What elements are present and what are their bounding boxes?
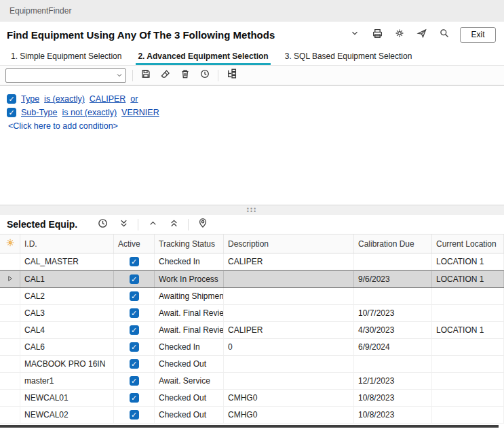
cell-description[interactable] [224, 271, 354, 287]
column-header-active[interactable]: Active [114, 234, 155, 253]
condition-field-link[interactable]: Sub-Type [21, 108, 58, 117]
cell-description[interactable] [224, 356, 354, 372]
delete-button[interactable] [178, 68, 192, 82]
equip-history-button[interactable] [96, 218, 109, 231]
column-header-calibration-due[interactable]: Calibration Due [354, 234, 432, 253]
cell-active[interactable]: ✓ [114, 356, 155, 372]
cell-calibration-due[interactable]: 10/8/2023 [354, 407, 432, 423]
table-row[interactable]: NEWCAL01 ✓ Checked Out CMHG0 10/8/2023 [0, 390, 504, 407]
cell-active[interactable]: ✓ [114, 253, 155, 270]
cell-current-location[interactable]: LOCATION 1 [432, 271, 504, 287]
table-row[interactable]: MACBOOK PRO 16IN ✓ Checked Out [0, 356, 504, 373]
row-selector-current[interactable] [0, 271, 20, 287]
cell-tracking-status[interactable]: Await. Final Reviev [155, 305, 224, 321]
condition-value-link[interactable]: VERNIER [121, 108, 159, 117]
row-selector[interactable] [0, 322, 20, 338]
header-dropdown-button[interactable] [348, 28, 362, 41]
cell-active[interactable]: ✓ [114, 322, 155, 338]
cell-calibration-due[interactable]: 9/6/2023 [354, 271, 432, 287]
table-row[interactable]: master1 ✓ Await. Service 12/1/2023 [0, 373, 504, 390]
row-selector[interactable] [0, 339, 20, 355]
checkbox-checked[interactable]: ✓ [130, 325, 139, 335]
condition-checkbox[interactable]: ✓ [7, 108, 16, 117]
tab-advanced-equipment-selection[interactable]: 2. Advanced Equipment Selection [130, 47, 276, 65]
column-header-description[interactable]: Description [224, 234, 354, 253]
search-button[interactable] [438, 28, 451, 41]
row-selector[interactable] [0, 373, 20, 389]
cell-id[interactable]: CAL_MASTER [20, 253, 114, 270]
cell-id[interactable]: master1 [20, 373, 114, 389]
table-row[interactable]: CAL4 ✓ Await. Final Reviev CALIPER 4/30/… [0, 322, 504, 339]
condition-checkbox[interactable]: ✓ [7, 94, 16, 104]
cell-tracking-status[interactable]: Checked In [155, 339, 224, 355]
row-selector[interactable] [0, 305, 20, 321]
print-button[interactable] [370, 28, 384, 41]
cell-tracking-status[interactable]: Awaiting Shipmen [155, 288, 224, 304]
cell-active[interactable]: ✓ [114, 373, 155, 389]
cell-id[interactable]: CAL6 [20, 339, 114, 355]
cell-id[interactable]: CAL3 [20, 305, 114, 321]
cell-description[interactable]: CALIPER [224, 322, 354, 338]
row-selector[interactable] [0, 288, 20, 304]
row-selector[interactable] [0, 407, 20, 423]
cell-description[interactable] [224, 288, 354, 304]
history-button[interactable] [198, 68, 212, 82]
cell-tracking-status[interactable]: Checked Out [155, 407, 224, 423]
cell-tracking-status[interactable]: Checked Out [155, 390, 224, 406]
condition-field-link[interactable]: Type [21, 94, 39, 104]
cell-calibration-due[interactable]: 6/9/2024 [354, 339, 432, 355]
cell-calibration-due[interactable] [354, 356, 432, 372]
saved-search-combobox[interactable] [5, 68, 126, 83]
cell-current-location[interactable] [432, 339, 504, 355]
checkbox-checked[interactable]: ✓ [130, 274, 139, 284]
cell-description[interactable]: CALIPER [224, 253, 354, 270]
cell-tracking-status[interactable]: Work In Process [155, 271, 224, 287]
print-settings-button[interactable] [393, 28, 406, 41]
cell-calibration-due[interactable]: 4/30/2023 [354, 322, 432, 338]
cell-calibration-due[interactable] [354, 253, 432, 270]
condition-operator-link[interactable]: is (exactly) [44, 94, 85, 104]
save-button[interactable] [139, 68, 153, 82]
cell-tracking-status[interactable]: Checked Out [155, 356, 224, 372]
cell-current-location[interactable] [432, 356, 504, 372]
column-header-current-location[interactable]: Current Location [432, 234, 504, 253]
table-row[interactable]: CAL2 ✓ Awaiting Shipmen [0, 288, 504, 305]
row-selector[interactable] [0, 253, 20, 270]
cell-active[interactable]: ✓ [114, 271, 155, 287]
checkbox-checked[interactable]: ✓ [130, 359, 139, 369]
cell-active[interactable]: ✓ [114, 390, 155, 406]
checkbox-checked[interactable]: ✓ [130, 291, 139, 301]
cell-description[interactable]: 0 [224, 339, 354, 355]
clear-button[interactable] [159, 68, 172, 82]
table-row[interactable]: CAL_MASTER ✓ Checked In CALIPER LOCATION… [0, 253, 504, 270]
cell-tracking-status[interactable]: Await. Final Reviev [155, 322, 224, 338]
checkbox-checked[interactable]: ✓ [130, 376, 139, 386]
move-all-down-button[interactable] [117, 218, 130, 231]
cell-calibration-due[interactable] [354, 288, 432, 304]
cell-id[interactable]: NEWCAL01 [20, 390, 114, 406]
checkbox-checked[interactable]: ✓ [130, 257, 139, 266]
cell-current-location[interactable] [432, 288, 504, 304]
column-header-tracking-status[interactable]: Tracking Status [155, 234, 224, 253]
table-row-selected[interactable]: CAL1 ✓ Work In Process 9/6/2023 LOCATION… [0, 270, 504, 288]
exit-button[interactable]: Exit [460, 27, 496, 43]
cell-calibration-due[interactable]: 10/7/2023 [354, 305, 432, 321]
cell-description[interactable]: CMHG0 [224, 407, 354, 423]
cell-description[interactable] [224, 305, 354, 321]
cell-current-location[interactable]: LOCATION 1 [432, 322, 504, 338]
send-button[interactable] [415, 28, 429, 41]
checkbox-checked[interactable]: ✓ [130, 308, 139, 318]
row-selector[interactable] [0, 356, 20, 372]
add-condition-link[interactable]: <Click here to add condition> [8, 121, 118, 131]
splitter-handle[interactable]: •••••• [0, 205, 504, 215]
cell-description[interactable] [224, 373, 354, 389]
cell-current-location[interactable]: LOCATION 1 [432, 253, 504, 270]
cell-active[interactable]: ✓ [114, 305, 155, 321]
table-row[interactable]: CAL3 ✓ Await. Final Reviev 10/7/2023 [0, 305, 504, 322]
move-all-up-button[interactable] [167, 218, 180, 231]
condition-value-link[interactable]: CALIPER [90, 94, 126, 104]
cell-active[interactable]: ✓ [114, 407, 155, 423]
table-row[interactable]: CAL6 ✓ Checked In 0 6/9/2024 [0, 339, 504, 356]
cell-current-location[interactable] [432, 305, 504, 321]
grid-customize-button[interactable] [0, 234, 20, 253]
